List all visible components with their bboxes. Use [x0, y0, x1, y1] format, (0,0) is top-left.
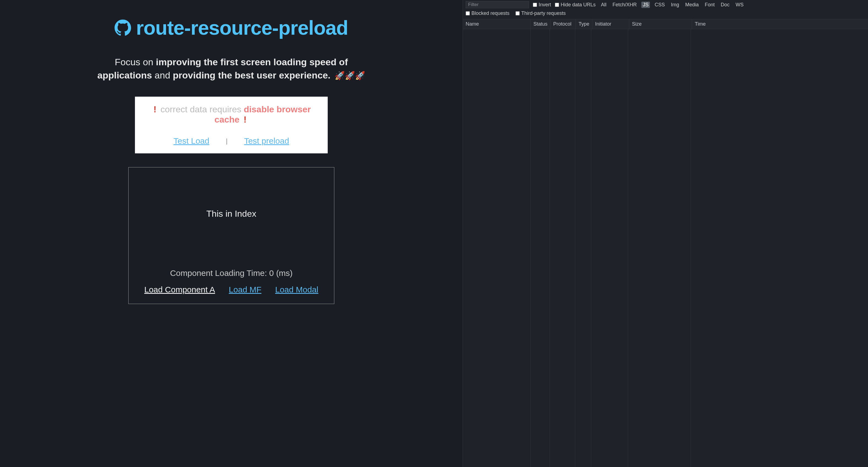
timing-value: 0 [269, 269, 274, 278]
blocked-requests-checkbox-box[interactable] [466, 11, 470, 15]
load-mf-link[interactable]: Load MF [229, 285, 261, 294]
filter-doc[interactable]: Doc [719, 2, 731, 8]
network-table-body [463, 29, 868, 467]
invert-label: Invert [539, 2, 551, 8]
column-header-size[interactable]: Size [629, 19, 692, 29]
warning-box: ! correct data requires disable browser … [135, 97, 328, 153]
demo-timing: Component Loading Time: 0 (ms) [137, 269, 326, 278]
warning-bang-icon: ! [153, 104, 156, 114]
title-row: route-resource-preload [115, 17, 348, 39]
invert-checkbox[interactable]: Invert [533, 2, 551, 8]
tagline-pre: Focus on [115, 57, 156, 67]
filter-font[interactable]: Font [703, 2, 716, 8]
invert-checkbox-box[interactable] [533, 3, 537, 7]
column-header-type[interactable]: Type [576, 19, 592, 29]
test-preload-link[interactable]: Test preload [244, 136, 289, 146]
load-component-a-link[interactable]: Load Component A [144, 285, 215, 294]
column-header-protocol[interactable]: Protocol [551, 19, 576, 29]
filter-css[interactable]: CSS [653, 2, 666, 8]
load-modal-link[interactable]: Load Modal [275, 285, 318, 294]
warning-pre: correct data requires [158, 104, 244, 114]
filter-js[interactable]: JS [641, 2, 650, 8]
tagline-bold2: providing the best user experience. [173, 70, 331, 81]
filter-fetch-xhr[interactable]: Fetch/XHR [611, 2, 638, 8]
link-separator: | [226, 137, 227, 145]
hide-data-urls-label: Hide data URLs [561, 2, 596, 8]
devtools-toolbar: Invert Hide data URLs All Fetch/XHR JS C… [463, 0, 868, 9]
filter-ws[interactable]: WS [734, 2, 745, 8]
app-content: route-resource-preload Focus on improvin… [0, 0, 463, 467]
github-icon[interactable] [115, 20, 131, 36]
network-filter-input[interactable] [466, 1, 529, 8]
column-header-status[interactable]: Status [531, 19, 551, 29]
warning-line: ! correct data requires disable browser … [142, 104, 321, 125]
timing-label: Component Loading Time: [170, 269, 269, 278]
hide-data-urls-checkbox-box[interactable] [555, 3, 559, 7]
test-load-link[interactable]: Test Load [174, 136, 209, 146]
timing-suffix: (ms) [274, 269, 292, 278]
hide-data-urls-checkbox[interactable]: Hide data URLs [555, 2, 596, 8]
filter-media[interactable]: Media [684, 2, 700, 8]
third-party-checkbox[interactable]: Third-party requests [516, 10, 566, 16]
resource-type-filters: All Fetch/XHR JS CSS Img Media Font Doc … [599, 2, 745, 8]
third-party-checkbox-box[interactable] [516, 11, 520, 15]
column-header-initiator[interactable]: Initiator [592, 19, 629, 29]
network-table-header: Name Status Protocol Type Initiator Size… [463, 19, 868, 29]
demo-title: This in Index [137, 209, 326, 219]
devtools-toolbar-2: Blocked requests Third-party requests [463, 9, 868, 19]
rockets-icon: 🚀🚀🚀 [335, 71, 365, 80]
tagline-mid: and [152, 70, 173, 81]
devtools-network-panel: Invert Hide data URLs All Fetch/XHR JS C… [463, 0, 868, 467]
filter-all[interactable]: All [599, 2, 608, 8]
column-header-name[interactable]: Name [463, 19, 531, 29]
blocked-requests-label: Blocked requests [471, 10, 509, 16]
third-party-label: Third-party requests [521, 10, 566, 16]
filter-img[interactable]: Img [670, 2, 680, 8]
demo-box: This in Index Component Loading Time: 0 … [128, 167, 334, 304]
warning-bang-icon: ! [243, 115, 246, 124]
blocked-requests-checkbox[interactable]: Blocked requests [466, 10, 509, 16]
column-header-time[interactable]: Time [692, 19, 868, 29]
page-title: route-resource-preload [136, 17, 348, 39]
tagline: Focus on improving the first screen load… [96, 56, 366, 82]
